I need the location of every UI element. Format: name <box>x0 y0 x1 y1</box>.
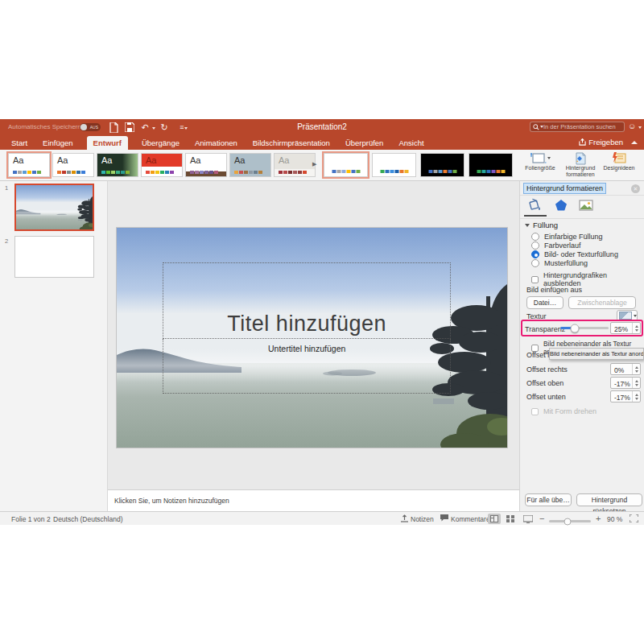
feedback-smiley-icon[interactable]: ☺ <box>628 122 636 130</box>
share-button[interactable]: Freigeben <box>579 138 623 147</box>
subtitle-placeholder[interactable]: Untertitel hinzufügen <box>163 339 451 394</box>
variant-palette <box>332 170 360 173</box>
language-indicator[interactable]: Deutsch (Deutschland) <box>53 515 122 523</box>
theme-thumbnail[interactable]: Aa <box>185 153 227 177</box>
format-background-icon <box>574 152 587 165</box>
clipboard-button[interactable]: Zwischenablage <box>568 296 636 309</box>
title-placeholder[interactable]: Titel hinzufügen <box>163 262 451 339</box>
fill-section-header[interactable]: Füllung <box>525 221 558 229</box>
step-up-icon[interactable] <box>635 394 638 396</box>
smiley-caret-icon[interactable] <box>638 126 642 129</box>
share-icon <box>579 138 586 146</box>
variant-thumbnail[interactable] <box>324 153 368 177</box>
pane-tabs <box>520 196 644 217</box>
effects-tab-icon[interactable] <box>554 198 568 213</box>
step-down-icon[interactable] <box>635 398 638 400</box>
slide-sorter-view-button[interactable] <box>504 514 517 524</box>
fill-option-gradient[interactable]: Farbverlauf <box>531 242 581 250</box>
variant-thumbnail[interactable] <box>420 153 464 177</box>
apply-to-all-button[interactable]: Für alle übe… <box>525 493 572 506</box>
tab-uebergaenge[interactable]: Übergänge <box>140 136 181 150</box>
pane-header: Hintergrund formatieren ✕ <box>520 181 644 196</box>
spinner-steppers[interactable] <box>632 364 640 374</box>
tab-bildschirmpraesentation[interactable]: Bildschirmpräsentation <box>251 136 332 150</box>
spinner-steppers[interactable] <box>632 378 640 388</box>
slideshow-view-button[interactable] <box>522 514 535 524</box>
theme-thumbnail[interactable]: Aa <box>274 153 316 177</box>
checkbox-icon <box>531 276 539 283</box>
reset-background-button[interactable]: Hintergrund rücksetzen <box>576 493 642 506</box>
variant-palette <box>477 170 505 173</box>
slide-size-button[interactable]: Foliengröße <box>520 151 560 180</box>
slide-thumbnail-2[interactable] <box>14 236 94 278</box>
format-background-button[interactable]: Hintergrund formatieren <box>560 151 601 180</box>
theme-thumbnail[interactable]: Aa <box>229 153 271 177</box>
title-placeholder-text: Titel hinzufügen <box>227 312 386 338</box>
theme-thumbnail[interactable]: Aa <box>97 153 138 177</box>
theme-thumbnail[interactable]: Aa <box>8 153 50 177</box>
search-box[interactable] <box>530 122 625 132</box>
slide-size-caret-icon <box>547 157 551 159</box>
spinner-steppers[interactable] <box>632 391 640 402</box>
fill-option-pattern[interactable]: Musterfüllung <box>531 259 588 267</box>
zoom-slider[interactable] <box>549 520 591 522</box>
offset-top-spinner[interactable]: -17% <box>610 377 641 389</box>
fill-option-picture-texture[interactable]: Bild- oder Texturfüllung <box>531 250 618 258</box>
search-input[interactable] <box>543 123 621 130</box>
design-ideas-button[interactable]: Designideen <box>599 151 639 180</box>
theme-aa-label: Aa <box>101 155 112 165</box>
step-down-icon[interactable] <box>635 384 638 386</box>
notes-area[interactable]: Klicken Sie, um Notizen hinzuzufügen <box>108 489 519 511</box>
theme-thumbnail[interactable]: Aa <box>52 153 94 177</box>
tab-entwurf[interactable]: Entwurf <box>87 136 128 150</box>
tab-animationen[interactable]: Animationen <box>193 136 239 150</box>
variant-thumbnail[interactable] <box>372 153 416 177</box>
variant-thumbnail[interactable] <box>469 153 513 177</box>
main-area: 1 2 <box>0 181 644 511</box>
slider-knob[interactable] <box>571 324 580 332</box>
theme-thumbnail[interactable]: Aa <box>141 153 183 177</box>
theme-aa-label: Aa <box>57 155 68 165</box>
zoom-out-icon[interactable]: − <box>539 514 544 523</box>
step-up-icon[interactable] <box>635 325 638 328</box>
slide-thumbnail-panel: 1 2 <box>0 181 108 511</box>
transparency-slider[interactable] <box>560 327 609 329</box>
fill-tab-icon[interactable] <box>526 198 543 213</box>
step-down-icon[interactable] <box>635 370 638 373</box>
zoom-in-icon[interactable]: + <box>596 514 601 523</box>
notes-toggle[interactable]: Notizen <box>411 515 434 523</box>
step-up-icon[interactable] <box>635 380 638 382</box>
offset-right-spinner[interactable]: 0% <box>610 363 641 375</box>
zoom-level[interactable]: 90 % <box>607 515 622 523</box>
comments-toggle[interactable]: Kommentare <box>451 515 490 523</box>
screenshot-stage: Automatisches Speichern AUS ↶ ↻ ≡ Präsen… <box>0 0 644 644</box>
collapse-ribbon-icon[interactable] <box>631 141 638 144</box>
picture-tab-icon[interactable] <box>578 198 594 213</box>
tab-einfuegen[interactable]: Einfügen <box>41 136 75 150</box>
spinner-steppers[interactable] <box>632 323 640 333</box>
offset-bottom-spinner[interactable]: -17% <box>610 390 641 402</box>
subtitle-placeholder-text: Untertitel hinzufügen <box>268 344 345 353</box>
fill-option-solid[interactable]: Einfarbige Füllung <box>531 233 603 241</box>
file-button[interactable]: Datei… <box>526 296 564 309</box>
step-up-icon[interactable] <box>635 366 638 369</box>
tab-start[interactable]: Start <box>10 136 29 150</box>
theme-palette <box>279 171 307 174</box>
theme-palette <box>190 171 218 174</box>
gallery-more-icon[interactable]: ▶ <box>312 161 316 167</box>
fit-to-window-icon[interactable] <box>630 514 638 522</box>
normal-view-button[interactable] <box>488 514 501 524</box>
step-down-icon[interactable] <box>635 329 638 332</box>
zoom-slider-knob[interactable] <box>564 518 572 525</box>
ribbon-tab-row: Start Einfügen Entwurf Übergänge Animati… <box>0 135 644 150</box>
tab-ueberpruefen[interactable]: Überprüfen <box>344 136 386 150</box>
checkbox-label: Hintergrundgrafiken ausblenden <box>543 271 644 287</box>
close-icon[interactable]: ✕ <box>631 184 640 193</box>
slide-thumbnail-1[interactable] <box>14 184 94 231</box>
theme-aa-label: Aa <box>146 155 156 165</box>
tab-ansicht[interactable]: Ansicht <box>397 136 425 150</box>
slide-size-icon <box>530 152 547 164</box>
slide-canvas[interactable]: Titel hinzufügen Untertitel hinzufügen <box>117 228 507 448</box>
hide-background-graphics-checkbox[interactable]: Hintergrundgrafiken ausblenden <box>531 271 644 287</box>
transparency-spinner[interactable]: 25% <box>610 322 641 334</box>
